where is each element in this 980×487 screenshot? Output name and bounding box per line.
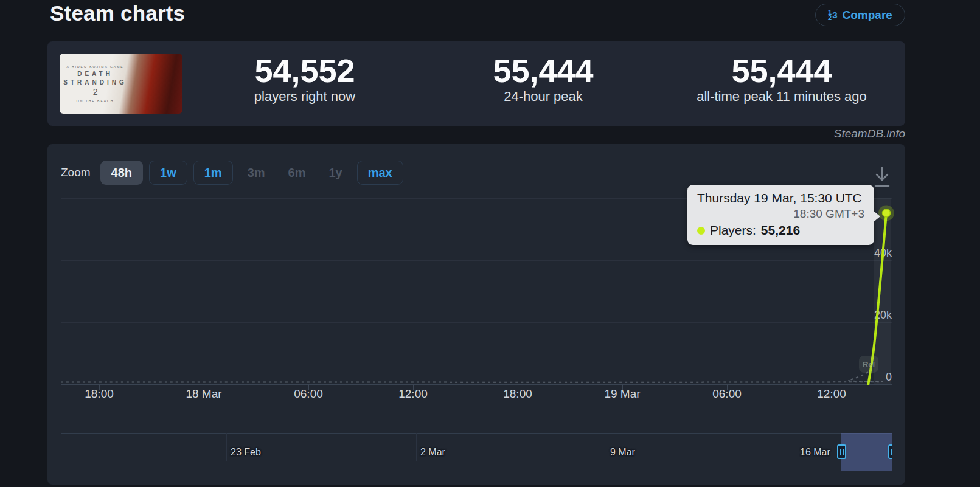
chart-tooltip: Thursday 19 Mar, 15:30 UTC 18:30 GMT+3 P… <box>687 185 874 245</box>
y-gridline <box>61 260 892 261</box>
steamdb-watermark: SteamDB.info <box>662 127 905 140</box>
x-axis-tick-mark <box>518 384 518 390</box>
navigator-tick-label: 2 Mar <box>420 447 445 458</box>
range-button-6m: 6m <box>280 161 315 185</box>
y-axis-tick-label: 0 <box>843 371 892 384</box>
stat-label: players right now <box>187 89 422 105</box>
stat-current-players: 54,552 players right now <box>187 54 422 105</box>
navigator-selected-range[interactable] <box>841 433 892 471</box>
tooltip-series-label: Players: <box>710 221 756 240</box>
tooltip-localtime: 18:30 GMT+3 <box>697 207 864 221</box>
x-axis-tick-mark <box>99 384 100 390</box>
x-axis-line <box>61 384 892 385</box>
compare-button[interactable]: 1 2 3 Compare <box>815 4 905 26</box>
tooltip-date: Thursday 19 Mar, 15:30 UTC <box>697 190 864 207</box>
y-axis-tick-label: 20k <box>843 309 892 322</box>
stat-alltime-peak: 55,444 all-time peak 11 minutes ago <box>664 54 899 105</box>
zoom-label: Zoom <box>61 166 91 179</box>
range-button-3m: 3m <box>239 161 274 185</box>
navigator-gridline <box>606 433 606 461</box>
x-axis-tick-mark <box>204 384 204 390</box>
x-axis-tick-mark <box>832 384 832 390</box>
navigator-tick-label: 16 Mar <box>800 447 830 458</box>
series-color-dot <box>697 227 705 235</box>
stat-24h-peak: 55,444 24-hour peak <box>426 54 661 105</box>
range-button-1y: 1y <box>320 161 350 185</box>
stat-label: 24-hour peak <box>426 89 661 105</box>
steamdb-charts-page: Steam charts 1 2 3 Compare A HIDEO KOJIM… <box>0 0 980 487</box>
numbered-list-icon: 1 2 3 <box>828 10 837 21</box>
x-axis-tick-mark <box>727 384 728 390</box>
navigator-tick-label: 9 Mar <box>610 447 635 458</box>
compare-button-label: Compare <box>843 9 892 22</box>
navigator-gridline <box>416 433 417 461</box>
navigator-tick-label: 23 Feb <box>231 447 261 458</box>
game-capsule-image[interactable]: A HIDEO KOJIMA GAME DEATH STRANDING 2 ON… <box>60 54 182 114</box>
y-gridline <box>61 322 892 323</box>
range-button-48h[interactable]: 48h <box>100 161 143 185</box>
game-capsule-text: A HIDEO KOJIMA GAME DEATH STRANDING 2 ON… <box>60 54 131 114</box>
release-flag[interactable]: Rel <box>859 356 878 373</box>
range-button-max[interactable]: max <box>357 161 403 185</box>
y-axis-tick-label: 40k <box>843 247 892 260</box>
navigator-gridline <box>796 433 796 461</box>
x-axis-tick-mark <box>308 384 309 390</box>
stat-value: 55,444 <box>664 54 899 88</box>
stat-value: 55,444 <box>426 54 661 88</box>
stat-label: all-time peak 11 minutes ago <box>664 89 899 105</box>
range-button-1m[interactable]: 1m <box>193 161 233 185</box>
tooltip-players-value: 55,216 <box>761 221 800 240</box>
range-navigator[interactable]: 23 Feb2 Mar9 Mar16 Mar <box>61 429 892 477</box>
navigator-left-handle[interactable] <box>837 444 846 459</box>
navigator-right-handle[interactable] <box>888 444 892 459</box>
stat-value: 54,552 <box>187 54 422 88</box>
zoom-toolbar: Zoom 48h1w1m3m6m1ymax <box>61 160 409 185</box>
x-axis-tick-mark <box>622 384 623 390</box>
range-button-1w[interactable]: 1w <box>149 161 187 185</box>
navigator-outline <box>61 433 892 434</box>
x-axis-tick-mark <box>413 384 414 390</box>
navigator-gridline <box>226 433 227 461</box>
tooltip-arrow <box>874 211 880 222</box>
page-title: Steam charts <box>50 1 185 26</box>
